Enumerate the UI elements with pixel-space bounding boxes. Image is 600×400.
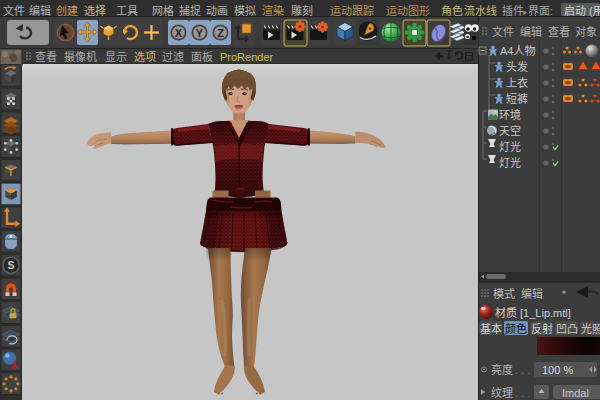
svg-text:S: S — [7, 259, 14, 271]
